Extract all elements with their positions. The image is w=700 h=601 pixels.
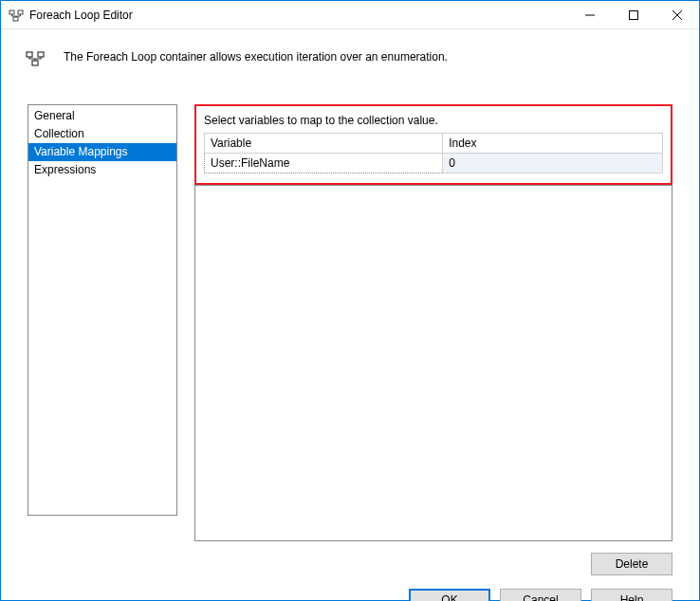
highlight-box: Select variables to map to the collectio… [194, 104, 672, 185]
svg-rect-1 [18, 10, 23, 14]
container-icon [26, 48, 45, 70]
svg-rect-4 [630, 10, 638, 19]
nav-item-general[interactable]: General [28, 107, 176, 125]
table-row[interactable]: User::FileName 0 [205, 154, 663, 173]
nav-item-variable-mappings[interactable]: Variable Mappings [28, 143, 176, 161]
col-header-index[interactable]: Index [443, 134, 663, 154]
cell-variable[interactable]: User::FileName [205, 154, 443, 173]
description-text: The Foreach Loop container allows execut… [64, 48, 448, 64]
cancel-button[interactable]: Cancel [500, 589, 581, 601]
delete-button[interactable]: Delete [591, 553, 672, 575]
ok-button[interactable]: OK [409, 589, 490, 601]
description-row: The Foreach Loop container allows execut… [1, 29, 699, 89]
dialog-window: Foreach Loop Editor The Foreach Loop con… [0, 0, 700, 601]
svg-rect-7 [27, 52, 32, 57]
help-button[interactable]: Help [591, 589, 672, 601]
nav-panel: General Collection Variable Mappings Exp… [28, 104, 177, 516]
app-icon [9, 8, 24, 23]
content-panel [194, 185, 672, 541]
maximize-button[interactable] [612, 1, 655, 29]
nav-item-collection[interactable]: Collection [28, 125, 176, 143]
svg-rect-9 [32, 61, 38, 65]
instruction-text: Select variables to map to the collectio… [204, 112, 663, 127]
close-button[interactable] [655, 1, 699, 29]
minimize-button[interactable] [568, 1, 612, 29]
svg-rect-2 [13, 17, 18, 21]
content-area: Select variables to map to the collectio… [194, 104, 672, 575]
svg-rect-0 [9, 10, 14, 14]
svg-rect-8 [38, 52, 44, 57]
col-header-variable[interactable]: Variable [205, 134, 443, 154]
dialog-footer: OK Cancel Help [1, 575, 699, 601]
help-rest: elp [628, 593, 643, 601]
mapping-grid[interactable]: Variable Index User::FileName 0 [204, 133, 663, 173]
titlebar: Foreach Loop Editor [1, 1, 699, 29]
cell-index[interactable]: 0 [443, 154, 663, 173]
window-title: Foreach Loop Editor [29, 9, 133, 22]
nav-item-expressions[interactable]: Expressions [28, 161, 176, 179]
dialog-body: General Collection Variable Mappings Exp… [1, 89, 699, 575]
